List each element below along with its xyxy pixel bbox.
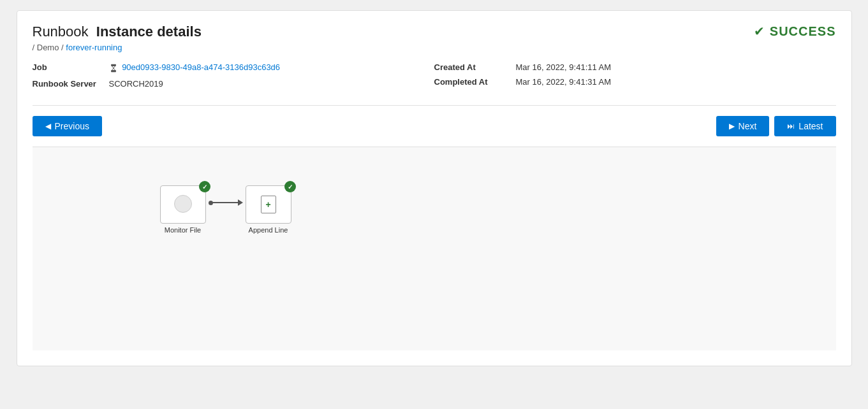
connector: [209, 199, 243, 206]
nav-left: ◀ Previous: [33, 116, 102, 136]
completed-at-value: Mar 16, 2022, 9:41:31 AM: [516, 77, 612, 87]
breadcrumb-demo: Demo: [37, 43, 59, 52]
svg-rect-1: [111, 70, 116, 72]
connector-arrow: [238, 199, 243, 206]
status-section: ✔ SUCCESS: [754, 24, 836, 39]
next-icon: ▶: [729, 122, 735, 131]
completed-at-label: Completed At: [434, 77, 511, 87]
status-label: SUCCESS: [770, 24, 836, 39]
page-wrapper: Runbook Instance details / Demo / foreve…: [0, 0, 868, 377]
append-line-label: Append Line: [249, 226, 288, 234]
workflow-diagram: ✓ Monitor File ✓ Append Line: [160, 185, 291, 234]
created-at-label: Created At: [434, 62, 511, 72]
job-value: 90ed0933-9830-49a8-a474-3136d93c63d6: [109, 62, 281, 73]
title-section: Runbook Instance details / Demo / foreve…: [33, 24, 202, 52]
divider: [33, 105, 836, 106]
title-prefix: Runbook: [33, 24, 89, 39]
runbook-server-row: Runbook Server SCORCH2019: [33, 79, 434, 89]
created-at-row: Created At Mar 16, 2022, 9:41:11 AM: [434, 62, 612, 72]
meta-grid: Job 90ed0933-9830-49a8-a474-3136d93c63d6…: [33, 62, 836, 95]
job-id-link[interactable]: 90ed0933-9830-49a8-a474-3136d93c63d6: [122, 62, 280, 72]
previous-icon: ◀: [45, 122, 51, 131]
runbook-server-value: SCORCH2019: [109, 79, 163, 89]
page-title: Runbook Instance details: [33, 24, 202, 40]
job-row: Job 90ed0933-9830-49a8-a474-3136d93c63d6: [33, 62, 434, 73]
nav-row: ◀ Previous ▶ Next ⏭ Latest: [33, 116, 836, 136]
nav-right: ▶ Next ⏭ Latest: [716, 116, 836, 136]
hourglass-icon: [109, 64, 118, 73]
latest-icon: ⏭: [787, 122, 795, 131]
completed-at-row: Completed At Mar 16, 2022, 9:41:31 AM: [434, 77, 612, 87]
meta-right: Created At Mar 16, 2022, 9:41:11 AM Comp…: [434, 62, 836, 95]
connector-line: [212, 202, 238, 203]
node-monitor-file: ✓ Monitor File: [160, 185, 206, 234]
runbook-server-label: Runbook Server: [33, 79, 109, 89]
previous-button[interactable]: ◀ Previous: [33, 116, 102, 136]
breadcrumb-separator: /: [33, 43, 35, 52]
monitor-file-box[interactable]: ✓: [160, 185, 206, 224]
append-line-check: ✓: [284, 181, 296, 192]
breadcrumb-link[interactable]: forever-running: [66, 43, 122, 52]
monitor-file-check: ✓: [199, 181, 210, 192]
monitor-file-label: Monitor File: [165, 226, 201, 234]
title-bold: Instance details: [96, 24, 202, 39]
main-card: Runbook Instance details / Demo / foreve…: [17, 10, 852, 366]
previous-label: Previous: [55, 121, 89, 131]
monitor-file-icon: [174, 195, 192, 213]
canvas-area: ✓ Monitor File ✓ Append Line: [33, 147, 836, 350]
append-line-box[interactable]: ✓: [246, 185, 291, 224]
job-label: Job: [33, 62, 109, 72]
next-button[interactable]: ▶ Next: [716, 116, 770, 136]
meta-left: Job 90ed0933-9830-49a8-a474-3136d93c63d6…: [33, 62, 434, 95]
breadcrumb: / Demo / forever-running: [33, 43, 202, 52]
next-label: Next: [739, 121, 757, 131]
created-at-value: Mar 16, 2022, 9:41:11 AM: [516, 62, 612, 72]
success-icon: ✔: [754, 24, 765, 39]
card-header: Runbook Instance details / Demo / foreve…: [33, 24, 836, 52]
svg-rect-0: [111, 64, 116, 66]
meta-right-grid: Created At Mar 16, 2022, 9:41:11 AM Comp…: [434, 62, 836, 87]
node-append-line: ✓ Append Line: [246, 185, 291, 234]
latest-button[interactable]: ⏭ Latest: [774, 116, 835, 136]
append-line-icon: [261, 196, 276, 213]
latest-label: Latest: [798, 121, 823, 131]
